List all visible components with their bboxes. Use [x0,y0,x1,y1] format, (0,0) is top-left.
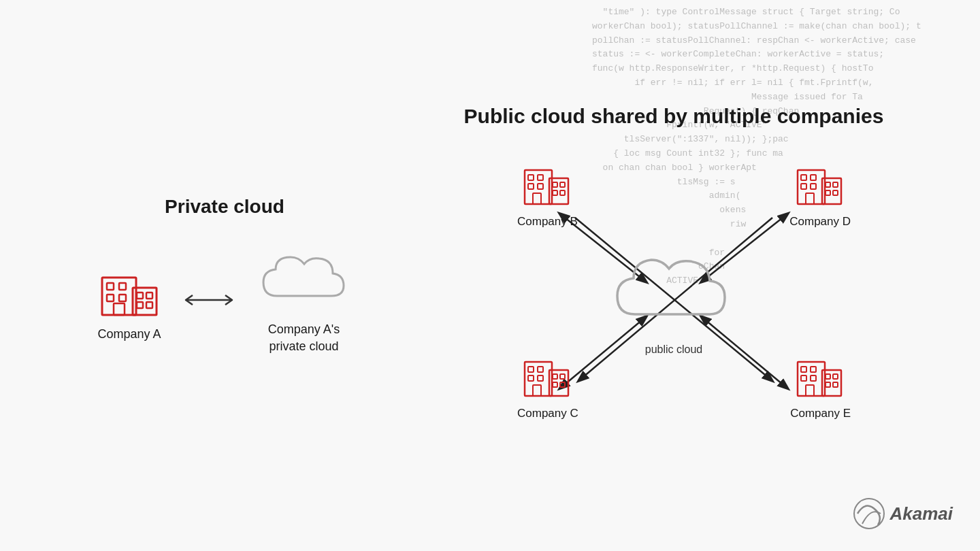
svg-rect-46 [811,184,816,189]
svg-rect-62 [826,382,830,387]
svg-rect-5 [114,303,125,315]
svg-rect-25 [533,193,541,204]
svg-rect-55 [811,367,816,372]
company-c-label: Company C [517,406,578,421]
svg-rect-30 [560,190,565,195]
svg-rect-52 [833,190,838,195]
svg-rect-22 [538,175,543,180]
svg-rect-43 [801,175,806,180]
svg-rect-1 [107,283,114,290]
company-a-label: Company A [97,327,161,342]
company-e-node: Company E [790,348,851,421]
svg-rect-3 [107,295,114,301]
company-b-label: Company B [517,214,578,229]
svg-rect-44 [811,175,816,180]
svg-rect-60 [826,374,830,379]
private-cloud-section: Private cloud [41,196,408,355]
svg-rect-33 [538,367,543,372]
company-a-cloud-entity: Company A'sprivate cloud [257,245,352,355]
svg-rect-49 [826,182,830,187]
company-a-entity: Company A [97,257,161,342]
svg-rect-29 [553,190,557,195]
svg-rect-45 [801,184,806,189]
public-cloud-icon [609,243,738,338]
svg-rect-56 [801,375,806,381]
cloud-diagram: Company B Company C [483,150,864,449]
svg-rect-23 [528,184,534,189]
public-cloud-title: Public cloud shared by multiple companie… [464,103,884,129]
svg-rect-2 [119,283,126,290]
private-cloud-label: Company A'sprivate cloud [268,321,340,355]
private-cloud-diagram: Company A Company A'sprivate cloud [97,245,351,355]
company-b-node: Company B [517,156,578,229]
svg-rect-39 [560,374,565,379]
svg-rect-27 [553,182,557,187]
svg-rect-51 [826,190,830,195]
private-cloud-title: Private cloud [165,196,284,218]
svg-rect-24 [538,184,543,189]
private-cloud-arrow [182,290,236,310]
svg-rect-8 [146,293,152,299]
svg-rect-21 [528,175,534,180]
company-e-label: Company E [790,406,851,421]
company-d-label: Company D [789,214,851,229]
public-cloud-section: Public cloud shared by multiple companie… [408,103,939,449]
public-cloud-center: public cloud [609,243,738,356]
private-cloud-icon [257,245,352,313]
company-c-icon [522,348,573,399]
svg-rect-36 [533,385,541,396]
svg-rect-57 [811,375,816,381]
company-d-icon [795,156,846,207]
svg-rect-4 [119,295,126,301]
company-c-node: Company C [517,348,578,421]
svg-rect-50 [833,182,838,187]
svg-rect-40 [553,382,557,387]
company-d-node: Company D [789,156,851,229]
public-cloud-label: public cloud [645,344,703,356]
svg-rect-54 [801,367,806,372]
svg-rect-35 [538,375,543,381]
svg-rect-47 [806,193,814,204]
akamai-logo: Akamai [852,497,953,531]
svg-rect-9 [137,302,143,308]
svg-rect-38 [553,374,557,379]
svg-rect-63 [833,382,838,387]
svg-rect-61 [833,374,838,379]
company-e-icon [795,348,846,399]
svg-rect-10 [146,302,152,308]
akamai-logo-icon [852,497,886,531]
main-content: Private cloud [0,0,980,551]
svg-rect-34 [528,375,534,381]
svg-rect-32 [528,367,534,372]
akamai-text: Akamai [890,503,953,524]
svg-rect-58 [806,385,814,396]
company-b-icon [522,156,573,207]
svg-rect-41 [560,382,565,387]
company-a-building-icon [99,257,160,318]
svg-rect-28 [560,182,565,187]
svg-rect-7 [137,293,143,299]
